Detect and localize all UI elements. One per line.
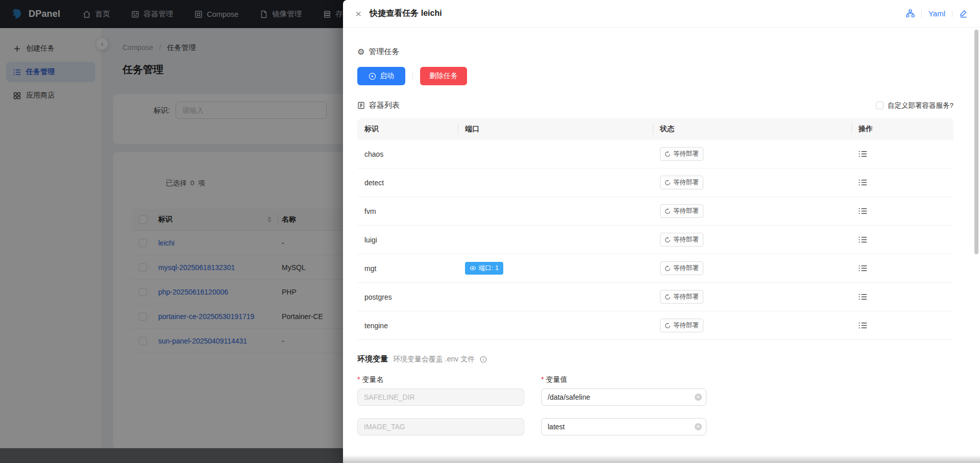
- manage-section-heading: ⚙ 管理任务: [357, 47, 953, 57]
- env-hint: 环境变量会覆盖 .env 文件: [393, 355, 475, 364]
- container-list-icon: [357, 102, 365, 109]
- status-tag: 等待部署: [660, 290, 703, 304]
- info-icon[interactable]: [480, 356, 487, 363]
- status-tag: 等待部署: [660, 176, 703, 189]
- row-actions-icon[interactable]: [859, 264, 867, 272]
- task-drawer: × 快捷查看任务 leichi Yaml ⚙ 管理任务 启动 删: [343, 0, 980, 463]
- status-tag: 等待部署: [660, 261, 703, 275]
- divider: [952, 10, 952, 17]
- sync-icon: [665, 180, 671, 186]
- column-id: 标识: [357, 125, 458, 134]
- delete-task-button[interactable]: 删除任务: [420, 67, 467, 85]
- custom-deploy-checkbox[interactable]: 自定义部署容器服务?: [876, 101, 953, 110]
- gear-icon: ⚙: [357, 47, 364, 57]
- status-tag: 等待部署: [660, 319, 703, 332]
- env-name-input: [357, 418, 524, 435]
- drawer-header: × 快捷查看任务 leichi Yaml: [343, 0, 980, 28]
- edit-icon[interactable]: [959, 9, 968, 18]
- sync-icon: [665, 208, 671, 214]
- drawer-scrollbar[interactable]: [974, 30, 978, 254]
- column-action: 操作: [851, 125, 953, 134]
- sync-icon: [665, 237, 671, 243]
- env-row: [357, 418, 524, 435]
- container-name: detect: [357, 179, 458, 187]
- row-actions-icon[interactable]: [859, 179, 867, 186]
- status-tag: 等待部署: [660, 204, 703, 218]
- section-title: 容器列表: [369, 101, 400, 110]
- required-asterisk: *: [357, 375, 360, 383]
- container-row: mgt 端口: 1 等待部署: [357, 254, 953, 283]
- container-row: chaos 等待部署: [357, 140, 953, 168]
- drawer-header-actions: Yaml: [906, 9, 968, 18]
- row-actions-icon[interactable]: [859, 150, 867, 158]
- container-row: luigi 等待部署: [357, 226, 953, 254]
- drawer-title: 快捷查看任务 leichi: [370, 8, 442, 19]
- container-name: chaos: [357, 150, 458, 158]
- eye-icon: [470, 265, 476, 272]
- container-name: postgres: [357, 293, 458, 301]
- yaml-button[interactable]: Yaml: [928, 9, 945, 18]
- row-actions-icon[interactable]: [859, 322, 867, 329]
- env-name-input: [357, 388, 524, 406]
- manage-buttons: 启动 删除任务: [357, 67, 953, 85]
- play-circle-icon: [369, 72, 376, 80]
- divider: [412, 72, 413, 80]
- close-icon[interactable]: ×: [355, 8, 361, 19]
- env-row: [357, 388, 524, 406]
- container-row: fvm 等待部署: [357, 197, 953, 226]
- row-actions-icon[interactable]: [859, 293, 867, 301]
- sync-icon: [665, 151, 671, 157]
- env-form: *变量名 *变量值 ✕ ✕: [357, 375, 953, 444]
- container-row: detect 等待部署: [357, 168, 953, 197]
- env-section-heading: 环境变量 环境变量会覆盖 .env 文件: [357, 354, 953, 364]
- port-tag[interactable]: 端口: 1: [465, 262, 503, 275]
- container-table: 标识 端口 状态 操作 chaos 等待部署 detect 等待部署 fvm: [357, 118, 953, 340]
- topology-icon[interactable]: [906, 9, 915, 18]
- sync-icon: [665, 294, 671, 300]
- start-button[interactable]: 启动: [357, 67, 405, 85]
- sync-icon: [665, 323, 671, 329]
- container-name: tengine: [357, 322, 458, 330]
- status-tag: 等待部署: [660, 147, 703, 161]
- clear-icon[interactable]: ✕: [695, 394, 702, 401]
- drawer-body: ⚙ 管理任务 启动 删除任务 容器列表 自定义部署容器服务?: [343, 28, 980, 463]
- section-title: 管理任务: [369, 47, 399, 57]
- checkbox-label: 自定义部署容器服务?: [888, 101, 953, 110]
- container-name: fvm: [357, 207, 458, 215]
- container-row: postgres 等待部署: [357, 283, 953, 311]
- env-row: ✕: [541, 418, 706, 435]
- container-name: luigi: [357, 236, 458, 244]
- container-name: mgt: [357, 264, 458, 273]
- divider: [921, 10, 922, 17]
- status-tag: 等待部署: [660, 233, 703, 247]
- env-row: ✕: [541, 388, 706, 406]
- env-value-input[interactable]: [541, 388, 706, 406]
- row-actions-icon[interactable]: [859, 207, 867, 215]
- container-row: tengine 等待部署: [357, 311, 953, 340]
- env-value-label: *变量值: [541, 375, 706, 384]
- env-name-label: *变量名: [357, 375, 524, 384]
- required-asterisk: *: [541, 375, 544, 383]
- checkbox-icon: [876, 102, 884, 109]
- env-value-input[interactable]: [541, 418, 706, 435]
- sync-icon: [665, 265, 671, 272]
- column-status: 状态: [653, 125, 851, 134]
- container-list-heading: 容器列表: [357, 101, 400, 110]
- column-port: 端口: [458, 125, 653, 134]
- container-list-heading-row: 容器列表 自定义部署容器服务?: [357, 101, 953, 110]
- env-title: 环境变量: [357, 354, 388, 364]
- clear-icon[interactable]: ✕: [695, 423, 702, 430]
- container-table-header: 标识 端口 状态 操作: [357, 118, 953, 140]
- row-actions-icon[interactable]: [859, 236, 867, 243]
